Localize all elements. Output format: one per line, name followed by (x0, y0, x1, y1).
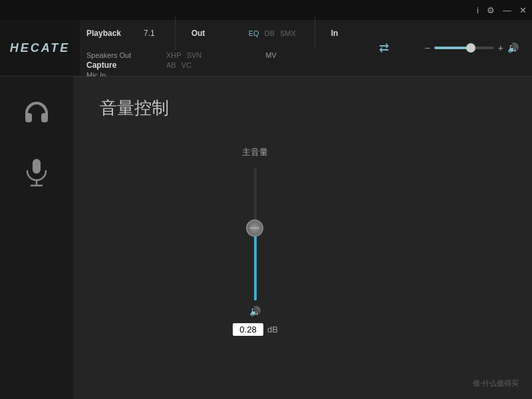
nav-row-1: Playback 7.1 Out EQ DB SMX In (86, 17, 343, 50)
nav-main: Playback 7.1 Out EQ DB SMX In Speakers O… (80, 13, 350, 83)
mic-icon (20, 156, 53, 190)
sidebar-item-mic[interactable] (20, 156, 53, 190)
volume-control-area: 主音量 🔊 0.28 dB (233, 146, 278, 336)
logo-text: HECATE (10, 41, 70, 55)
nav-sep-2 (315, 17, 315, 50)
vertical-thumb[interactable] (246, 219, 263, 237)
volume-fill (434, 47, 470, 49)
in-label[interactable]: In (331, 29, 338, 38)
sidebar (0, 76, 73, 399)
ab-link[interactable]: AB (166, 61, 176, 69)
nav-row-2: Speakers Out XHP SVN MV (86, 51, 343, 59)
svg-rect-0 (33, 159, 41, 174)
headphones-icon (20, 96, 53, 130)
main-volume-label: 主音量 (242, 146, 268, 158)
main-content: 音量控制 主音量 🔊 0.28 dB (73, 76, 532, 399)
out-links-group3: AB VC (166, 61, 194, 69)
volume-thumb[interactable] (466, 43, 475, 53)
refresh-icon[interactable]: ⇄ (379, 41, 389, 55)
logo-area: HECATE (0, 20, 80, 76)
nav-row-3: Capture AB VC (86, 61, 343, 70)
vol-value-row: 0.28 dB (233, 323, 278, 336)
vol-value-box[interactable]: 0.28 (233, 323, 263, 336)
main-speaker-icon: 🔊 (249, 306, 261, 317)
watermark: 值·什么值得买 (473, 378, 519, 388)
volume-plus-button[interactable]: + (498, 43, 503, 53)
info-icon[interactable]: i (477, 5, 479, 15)
playback-value: 7.1 (144, 29, 155, 38)
nav-bar: HECATE Playback 7.1 Out EQ DB SMX In Spe… (0, 20, 532, 76)
in-mv: MV (265, 51, 277, 59)
smx-link[interactable]: SMX (280, 29, 296, 37)
sidebar-item-headphones[interactable] (20, 96, 53, 130)
nav-sep-1 (175, 17, 176, 50)
playback-label[interactable]: Playback (86, 29, 133, 38)
out-links-group: EQ DB SMX (249, 29, 299, 37)
db-link[interactable]: DB (265, 29, 275, 37)
settings-icon[interactable]: ⚙ (487, 5, 495, 15)
watermark-text: 值·什么值得买 (473, 379, 519, 387)
eq-link[interactable]: EQ (249, 29, 259, 37)
volume-minus-button[interactable]: − (425, 43, 430, 53)
out-links-group2: XHP SVN (166, 51, 204, 59)
vertical-track[interactable] (254, 168, 257, 301)
capture-label[interactable]: Capture (86, 61, 133, 70)
refresh-icon-area: ⇄ (379, 41, 389, 55)
close-icon[interactable]: ✕ (519, 5, 527, 15)
svn-link[interactable]: SVN (187, 51, 202, 59)
vol-unit: dB (267, 325, 278, 334)
volume-speaker-icon: 🔊 (507, 43, 519, 53)
header-volume: − + 🔊 (425, 43, 532, 53)
volume-track[interactable] (434, 47, 494, 49)
out-label[interactable]: Out (192, 29, 238, 38)
vertical-slider-container (254, 168, 257, 301)
speakers-out-label[interactable]: Speakers Out (86, 51, 133, 59)
xhp-link[interactable]: XHP (166, 51, 182, 59)
vertical-fill (254, 227, 257, 301)
minimize-icon[interactable]: — (503, 5, 511, 15)
vc-link[interactable]: VC (182, 61, 192, 69)
page-title: 音量控制 (100, 96, 169, 120)
